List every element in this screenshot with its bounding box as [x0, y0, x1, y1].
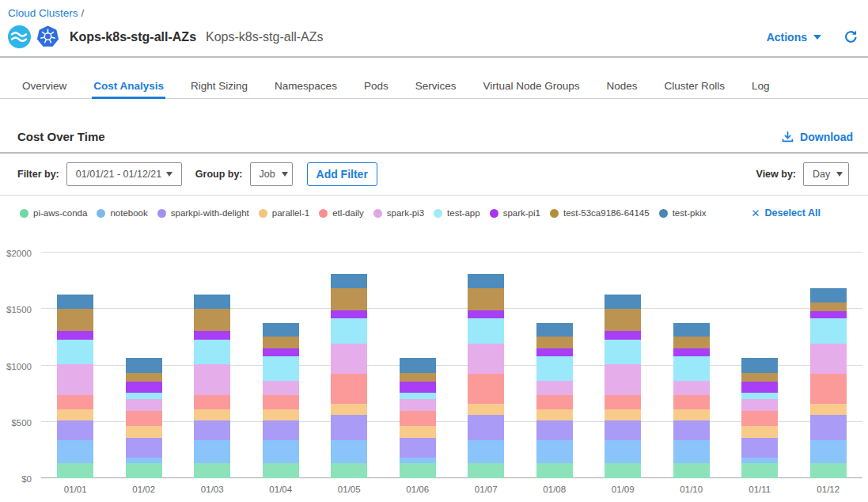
bar-segment-test-app[interactable]: [536, 356, 573, 381]
bar-01/04[interactable]: [263, 323, 299, 478]
tab-overview[interactable]: Overview: [21, 58, 68, 99]
bar-segment-test-53ca9186-64145[interactable]: [331, 288, 367, 311]
actions-button[interactable]: Actions: [767, 31, 821, 44]
bar-segment-etl-daily[interactable]: [263, 395, 299, 410]
tab-pods[interactable]: Pods: [362, 58, 390, 99]
bar-segment-pi-aws-conda[interactable]: [741, 463, 778, 478]
bar-segment-test-53ca9186-64145[interactable]: [810, 302, 847, 311]
bar-segment-etl-daily[interactable]: [468, 374, 504, 404]
bar-segment-notebook[interactable]: [263, 440, 299, 463]
bar-01/07[interactable]: [468, 274, 504, 478]
bar-segment-pi-aws-conda[interactable]: [810, 463, 847, 478]
bar-segment-test-app[interactable]: [741, 393, 778, 398]
refresh-icon[interactable]: [843, 29, 859, 44]
bar-segment-test-app[interactable]: [673, 356, 710, 381]
bar-segment-test-app[interactable]: [331, 318, 367, 343]
tab-cluster-rolls[interactable]: Cluster Rolls: [663, 58, 727, 99]
legend-item-sparkpi-with-delight[interactable]: sparkpi-with-delight: [157, 208, 249, 218]
bar-segment-parallel-1[interactable]: [194, 409, 230, 420]
bar-segment-test-53ca9186-64145[interactable]: [536, 337, 573, 348]
bar-segment-spark-pi3[interactable]: [57, 364, 93, 394]
bar-segment-test-app[interactable]: [400, 393, 436, 398]
bar-segment-test-pkix[interactable]: [331, 274, 367, 288]
bar-segment-test-pkix[interactable]: [741, 358, 778, 373]
tab-nodes[interactable]: Nodes: [605, 58, 639, 99]
bar-segment-test-app[interactable]: [126, 393, 162, 398]
bar-segment-sparkpi-with-delight[interactable]: [468, 415, 504, 441]
bar-segment-notebook[interactable]: [810, 440, 847, 463]
bar-segment-parallel-1[interactable]: [536, 409, 573, 420]
bar-segment-sparkpi-with-delight[interactable]: [126, 438, 162, 458]
bar-segment-sparkpi-with-delight[interactable]: [194, 420, 230, 440]
bar-segment-test-pkix[interactable]: [605, 295, 641, 309]
bar-segment-parallel-1[interactable]: [605, 409, 641, 420]
bar-segment-etl-daily[interactable]: [605, 395, 641, 410]
legend-item-spark-pi1[interactable]: spark-pi1: [490, 208, 540, 218]
bar-segment-pi-aws-conda[interactable]: [263, 463, 299, 478]
bar-segment-spark-pi1[interactable]: [331, 310, 367, 318]
legend-item-parallel-1[interactable]: parallel-1: [259, 208, 309, 218]
bar-segment-spark-pi3[interactable]: [126, 399, 162, 412]
bar-segment-pi-aws-conda[interactable]: [673, 463, 710, 478]
bar-segment-test-pkix[interactable]: [536, 323, 573, 337]
bar-segment-parallel-1[interactable]: [673, 409, 710, 420]
bar-01/02[interactable]: [126, 358, 162, 478]
bar-segment-spark-pi3[interactable]: [673, 381, 710, 394]
legend-item-notebook[interactable]: notebook: [97, 208, 147, 218]
bar-segment-parallel-1[interactable]: [263, 409, 299, 420]
tab-cost-analysis[interactable]: Cost Analysis: [92, 58, 165, 99]
bar-segment-spark-pi1[interactable]: [536, 348, 573, 356]
bar-segment-notebook[interactable]: [536, 440, 573, 463]
bar-segment-etl-daily[interactable]: [57, 395, 93, 410]
bar-segment-test-pkix[interactable]: [263, 323, 299, 337]
bar-segment-pi-aws-conda[interactable]: [126, 463, 162, 478]
bar-01/01[interactable]: [57, 295, 93, 478]
bar-segment-test-pkix[interactable]: [194, 295, 230, 309]
bar-segment-test-app[interactable]: [468, 318, 504, 343]
bar-segment-pi-aws-conda[interactable]: [194, 463, 230, 478]
bar-01/11[interactable]: [741, 358, 778, 478]
bar-segment-test-pkix[interactable]: [57, 295, 93, 309]
bar-segment-etl-daily[interactable]: [331, 374, 367, 404]
bar-segment-pi-aws-conda[interactable]: [468, 463, 504, 478]
bar-segment-test-pkix[interactable]: [400, 358, 436, 373]
date-range-select[interactable]: 01/01/21 - 01/12/21: [66, 162, 182, 186]
breadcrumb-link[interactable]: Cloud Clusters: [8, 7, 78, 19]
bar-segment-notebook[interactable]: [57, 440, 93, 463]
bar-segment-etl-daily[interactable]: [194, 395, 230, 410]
tab-virtual-node-groups[interactable]: Virtual Node Groups: [481, 58, 581, 99]
bar-segment-spark-pi3[interactable]: [810, 344, 847, 374]
bar-segment-pi-aws-conda[interactable]: [57, 463, 93, 478]
bar-segment-notebook[interactable]: [331, 440, 367, 463]
bar-segment-test-app[interactable]: [810, 318, 847, 343]
group-by-select[interactable]: Job: [250, 162, 293, 186]
bar-segment-test-53ca9186-64145[interactable]: [400, 373, 436, 382]
legend-item-test-pkix[interactable]: test-pkix: [659, 208, 707, 218]
bar-segment-spark-pi1[interactable]: [57, 331, 93, 340]
tab-log[interactable]: Log: [750, 58, 771, 99]
legend-item-pi-aws-conda[interactable]: pi-aws-conda: [20, 208, 87, 218]
bar-segment-parallel-1[interactable]: [468, 404, 504, 415]
bar-segment-parallel-1[interactable]: [400, 426, 436, 438]
bar-01/06[interactable]: [400, 358, 436, 478]
bar-segment-test-app[interactable]: [57, 340, 93, 364]
bar-segment-sparkpi-with-delight[interactable]: [57, 420, 93, 440]
bar-segment-spark-pi3[interactable]: [605, 364, 641, 394]
bar-segment-spark-pi3[interactable]: [741, 399, 778, 412]
bar-segment-etl-daily[interactable]: [673, 395, 710, 410]
bar-segment-pi-aws-conda[interactable]: [536, 463, 573, 478]
bar-segment-parallel-1[interactable]: [126, 426, 162, 438]
bar-segment-sparkpi-with-delight[interactable]: [263, 420, 299, 440]
bar-01/12[interactable]: [810, 288, 847, 478]
bar-segment-pi-aws-conda[interactable]: [331, 463, 367, 478]
bar-segment-pi-aws-conda[interactable]: [605, 463, 641, 478]
bar-01/10[interactable]: [673, 323, 710, 478]
bar-segment-pi-aws-conda[interactable]: [400, 463, 436, 478]
bar-segment-test-53ca9186-64145[interactable]: [194, 309, 230, 332]
tab-right-sizing[interactable]: Right Sizing: [189, 58, 249, 99]
bar-segment-spark-pi3[interactable]: [194, 364, 230, 394]
bar-segment-test-app[interactable]: [194, 340, 230, 364]
bar-segment-sparkpi-with-delight[interactable]: [673, 420, 710, 440]
bar-segment-spark-pi1[interactable]: [126, 382, 162, 393]
bar-segment-test-pkix[interactable]: [810, 288, 847, 303]
